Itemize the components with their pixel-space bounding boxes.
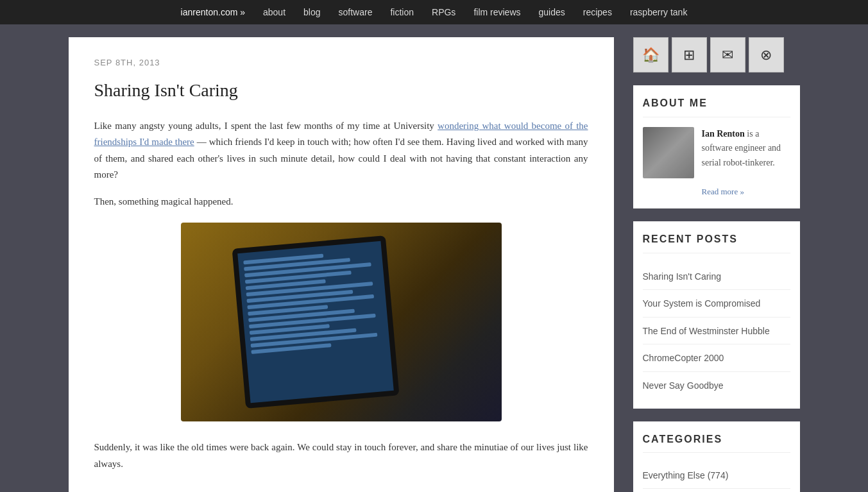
nav-item-software[interactable]: software bbox=[330, 0, 382, 24]
rss-icon[interactable]: ⊗ bbox=[749, 37, 784, 72]
category-link[interactable]: Everything Else (774) bbox=[643, 470, 729, 480]
mail-icon[interactable]: ✉ bbox=[710, 37, 745, 72]
nav-link-RPGs[interactable]: RPGs bbox=[423, 0, 464, 24]
nav-link-software[interactable]: software bbox=[330, 0, 382, 24]
about-me-name: Ian Renton bbox=[702, 129, 745, 139]
recent-post-item: Your System is Compromised bbox=[643, 290, 790, 318]
grid-icon[interactable]: ⊞ bbox=[672, 37, 707, 72]
nav-link-guides[interactable]: guides bbox=[530, 0, 574, 24]
categories-heading: Categories bbox=[643, 431, 790, 454]
brand-link[interactable]: ianrenton.com » bbox=[172, 0, 254, 24]
avatar-placeholder bbox=[643, 127, 694, 178]
recent-post-link[interactable]: ChromeCopter 2000 bbox=[643, 353, 724, 363]
nav-link-raspberry-tank[interactable]: raspberry tank bbox=[621, 0, 696, 24]
recent-posts-section: Recent Posts Sharing Isn't CaringYour Sy… bbox=[633, 221, 800, 409]
categories-list: Everything Else (774)Internet (85)Maths … bbox=[643, 462, 790, 492]
main-nav: ianrenton.com » aboutblogsoftwarefiction… bbox=[0, 0, 868, 24]
nav-item-fiction[interactable]: fiction bbox=[381, 0, 423, 24]
nav-link-fiction[interactable]: fiction bbox=[381, 0, 423, 24]
main-content: SEP 8TH, 2013 Sharing Isn't Caring Like … bbox=[69, 37, 614, 492]
recent-post-link[interactable]: The End of Westminster Hubble bbox=[643, 326, 770, 336]
nav-brand[interactable]: ianrenton.com » bbox=[172, 0, 254, 24]
recent-post-item: The End of Westminster Hubble bbox=[643, 318, 790, 345]
recent-posts-list: Sharing Isn't CaringYour System is Compr… bbox=[643, 263, 790, 399]
category-item: Everything Else (774) bbox=[643, 462, 790, 489]
nav-item-recipes[interactable]: recipes bbox=[574, 0, 621, 24]
nav-item-blog[interactable]: blog bbox=[294, 0, 329, 24]
nav-item-about[interactable]: about bbox=[254, 0, 294, 24]
about-me-heading: About Me bbox=[643, 95, 790, 117]
post-image-placeholder bbox=[181, 223, 502, 421]
category-item: Internet (85) bbox=[643, 489, 790, 492]
sidebar-icon-row: 🏠⊞✉⊗ bbox=[633, 37, 800, 72]
post-paragraph-1: Like many angsty young adults, I spent t… bbox=[94, 118, 588, 183]
recent-post-link[interactable]: Never Say Goodbye bbox=[643, 380, 724, 391]
nav-item-film-reviews[interactable]: film reviews bbox=[464, 0, 529, 24]
nav-link-about[interactable]: about bbox=[254, 0, 294, 24]
post-paragraph-3: Suddenly, it was like the old times were… bbox=[94, 439, 588, 472]
post-image bbox=[94, 223, 588, 427]
nav-link-recipes[interactable]: recipes bbox=[574, 0, 621, 24]
about-me-inner: Ian Renton is a software engineer and se… bbox=[643, 127, 790, 199]
read-more-link[interactable]: Read more » bbox=[702, 187, 744, 196]
nav-link-film-reviews[interactable]: film reviews bbox=[464, 0, 529, 24]
recent-post-item: Sharing Isn't Caring bbox=[643, 263, 790, 291]
categories-section: Categories Everything Else (774)Internet… bbox=[633, 421, 800, 493]
nav-item-guides[interactable]: guides bbox=[530, 0, 574, 24]
post-body: Like many angsty young adults, I spent t… bbox=[94, 118, 588, 472]
sidebar: 🏠⊞✉⊗ About Me Ian Renton is a software e… bbox=[633, 37, 800, 492]
avatar bbox=[643, 127, 694, 178]
post-date: SEP 8TH, 2013 bbox=[94, 56, 588, 70]
recent-post-item: Never Say Goodbye bbox=[643, 372, 790, 399]
phone-screen bbox=[232, 236, 399, 409]
recent-post-link[interactable]: Your System is Compromised bbox=[643, 298, 761, 309]
nav-link-blog[interactable]: blog bbox=[294, 0, 329, 24]
about-me-text: Ian Renton is a software engineer and se… bbox=[702, 127, 790, 199]
about-me-section: About Me Ian Renton is a software engine… bbox=[633, 85, 800, 208]
home-icon[interactable]: 🏠 bbox=[633, 37, 668, 72]
nav-item-RPGs[interactable]: RPGs bbox=[423, 0, 464, 24]
recent-post-item: ChromeCopter 2000 bbox=[643, 344, 790, 372]
post-title: Sharing Isn't Caring bbox=[94, 76, 588, 105]
post-paragraph-2: Then, something magical happened. bbox=[94, 194, 588, 210]
recent-post-link[interactable]: Sharing Isn't Caring bbox=[643, 271, 722, 282]
nav-item-raspberry-tank[interactable]: raspberry tank bbox=[621, 0, 696, 24]
phone-screen-content bbox=[237, 241, 390, 362]
recent-posts-heading: Recent Posts bbox=[643, 231, 790, 253]
